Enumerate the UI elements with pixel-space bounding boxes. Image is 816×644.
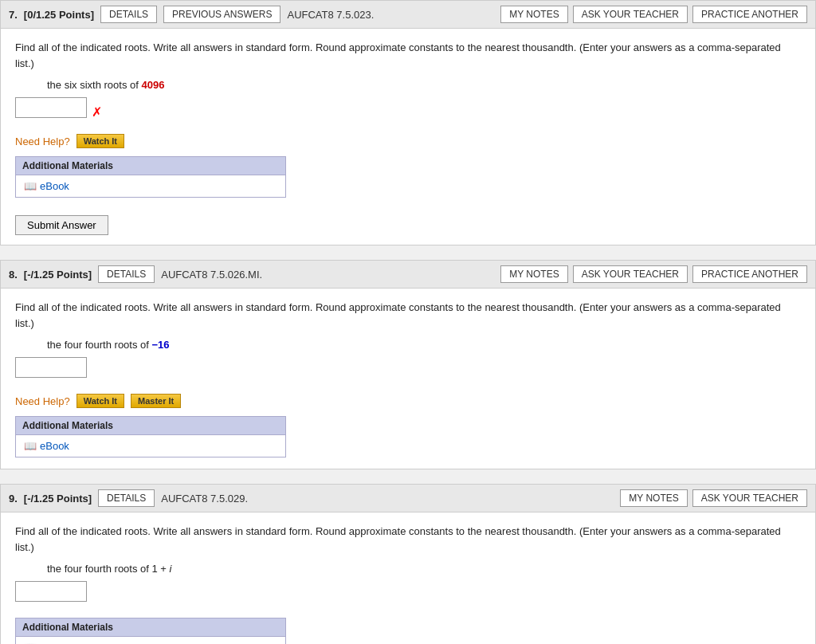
question-7-submit-row: Submit Answer — [1, 209, 815, 245]
additional-materials-7: Additional Materials 📖 eBook — [15, 156, 286, 198]
question-7-help-row: Need Help? Watch It — [15, 134, 801, 148]
additional-materials-8: Additional Materials 📖 eBook — [15, 416, 286, 457]
question-7-root: the six sixth roots of 4096 — [47, 79, 801, 91]
question-7: 7. [0/1.25 Points] DETAILS PREVIOUS ANSW… — [0, 0, 816, 245]
answer-input-9[interactable] — [15, 581, 87, 602]
question-9: 9. [-/1.25 Points] DETAILS AUFCAT8 7.5.0… — [0, 484, 816, 644]
question-7-input-row: ✗ — [15, 97, 801, 126]
previous-answers-button-7[interactable]: PREVIOUS ANSWERS — [163, 6, 280, 23]
additional-materials-body-7: 📖 eBook — [16, 175, 285, 197]
practice-another-button-8[interactable]: PRACTICE ANOTHER — [692, 265, 807, 283]
master-it-button-8[interactable]: Master It — [131, 394, 181, 408]
question-9-instruction: Find all of the indicated roots. Write a… — [15, 524, 801, 555]
question-8-header-right: MY NOTES ASK YOUR TEACHER PRACTICE ANOTH… — [500, 265, 807, 283]
ebook-label-8: eBook — [40, 440, 69, 452]
ebook-label-7: eBook — [40, 180, 69, 192]
ebook-icon-8: 📖 — [24, 440, 37, 452]
question-7-root-value: 4096 — [142, 79, 165, 91]
question-7-root-prefix: the six sixth roots of — [47, 79, 139, 91]
question-7-code: AUFCAT8 7.5.023. — [287, 9, 374, 21]
question-7-header: 7. [0/1.25 Points] DETAILS PREVIOUS ANSW… — [1, 1, 815, 29]
question-8-root-prefix: the four fourth roots of — [47, 339, 149, 351]
details-button-9[interactable]: DETAILS — [98, 489, 155, 507]
wrong-mark-7: ✗ — [92, 104, 102, 120]
additional-materials-header-9: Additional Materials — [16, 618, 285, 637]
question-8-points: [-/1.25 Points] — [24, 269, 92, 281]
question-9-header-right: MY NOTES ASK YOUR TEACHER — [620, 489, 807, 507]
ask-teacher-button-7[interactable]: ASK YOUR TEACHER — [573, 6, 688, 23]
question-9-code: AUFCAT8 7.5.029. — [161, 493, 248, 505]
question-8-code: AUFCAT8 7.5.026.MI. — [161, 269, 262, 281]
question-9-points: [-/1.25 Points] — [24, 493, 92, 505]
additional-materials-body-9: 📖 eBook — [16, 637, 285, 644]
question-9-header: 9. [-/1.25 Points] DETAILS AUFCAT8 7.5.0… — [1, 485, 815, 512]
question-8-root: the four fourth roots of −16 — [47, 339, 801, 351]
question-7-instruction: Find all of the indicated roots. Write a… — [15, 40, 801, 71]
question-8-instruction: Find all of the indicated roots. Write a… — [15, 300, 801, 331]
practice-another-button-7[interactable]: PRACTICE ANOTHER — [692, 6, 807, 23]
question-9-root-value: i — [170, 563, 172, 575]
question-8-number: 8. — [9, 269, 18, 281]
question-9-root-prefix: the four fourth roots of 1 + — [47, 563, 167, 575]
additional-materials-9: Additional Materials 📖 eBook — [15, 618, 286, 644]
ebook-link-8[interactable]: 📖 eBook — [24, 440, 277, 452]
additional-materials-header-8: Additional Materials — [16, 417, 285, 435]
question-7-header-right: MY NOTES ASK YOUR TEACHER PRACTICE ANOTH… — [500, 6, 807, 23]
question-8-header: 8. [-/1.25 Points] DETAILS AUFCAT8 7.5.0… — [1, 261, 815, 289]
need-help-label-7: Need Help? — [15, 135, 70, 147]
question-8-root-value: −16 — [152, 339, 170, 351]
question-7-points: [0/1.25 Points] — [24, 9, 94, 21]
question-9-input-row — [15, 581, 801, 610]
details-button-7[interactable]: DETAILS — [100, 6, 157, 23]
question-9-body: Find all of the indicated roots. Write a… — [1, 512, 815, 644]
need-help-label-8: Need Help? — [15, 395, 70, 407]
watch-it-button-8[interactable]: Watch It — [76, 394, 124, 408]
question-7-body: Find all of the indicated roots. Write a… — [1, 29, 815, 209]
my-notes-button-8[interactable]: MY NOTES — [500, 265, 567, 283]
ask-teacher-button-9[interactable]: ASK YOUR TEACHER — [692, 489, 807, 507]
my-notes-button-7[interactable]: MY NOTES — [500, 6, 567, 23]
details-button-8[interactable]: DETAILS — [98, 265, 155, 283]
question-8-help-row: Need Help? Watch It Master It — [15, 394, 801, 408]
question-9-root: the four fourth roots of 1 + i — [47, 563, 801, 575]
ebook-icon-7: 📖 — [24, 180, 37, 192]
my-notes-button-9[interactable]: MY NOTES — [620, 489, 687, 507]
additional-materials-body-8: 📖 eBook — [16, 435, 285, 457]
additional-materials-header-7: Additional Materials — [16, 157, 285, 175]
answer-input-7[interactable] — [15, 97, 87, 118]
question-8-input-row — [15, 357, 801, 386]
question-8-body: Find all of the indicated roots. Write a… — [1, 289, 815, 469]
watch-it-button-7[interactable]: Watch It — [76, 134, 124, 148]
submit-button-7[interactable]: Submit Answer — [15, 215, 108, 235]
question-9-number: 9. — [9, 493, 18, 505]
question-8: 8. [-/1.25 Points] DETAILS AUFCAT8 7.5.0… — [0, 260, 816, 469]
ask-teacher-button-8[interactable]: ASK YOUR TEACHER — [573, 265, 688, 283]
ebook-link-7[interactable]: 📖 eBook — [24, 180, 277, 192]
answer-input-8[interactable] — [15, 357, 87, 378]
question-7-number: 7. — [9, 9, 18, 21]
